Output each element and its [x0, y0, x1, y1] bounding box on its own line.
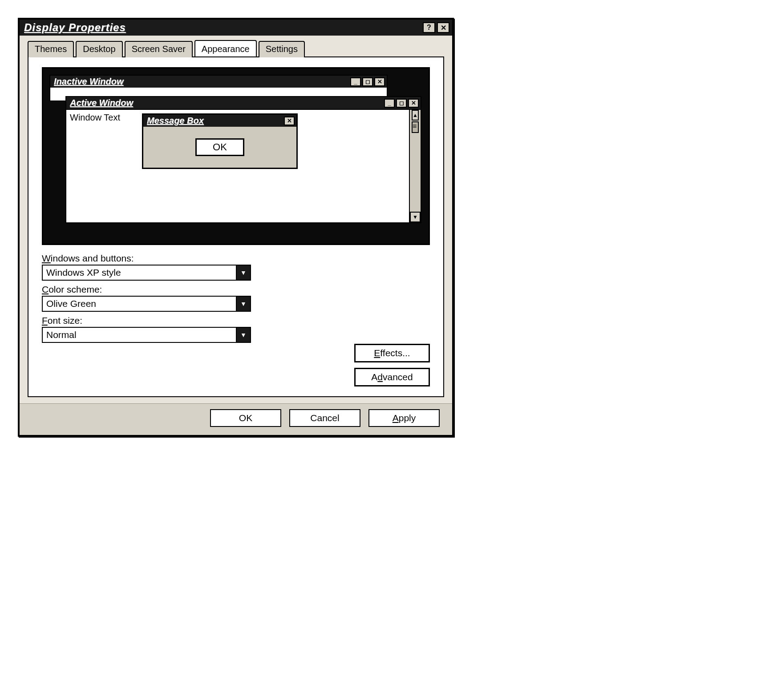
dialog-button-row: OK Cancel Apply — [20, 403, 452, 435]
cancel-button[interactable]: Cancel — [289, 409, 360, 427]
window-buttons: ? ✕ — [423, 22, 449, 33]
preview-active-content: Window Text Message Box ✕ OK — [66, 110, 409, 222]
tab-desktop[interactable]: Desktop — [76, 41, 122, 57]
tab-themes[interactable]: Themes — [28, 41, 74, 57]
color-scheme-field: Color scheme: Olive Green ▼ — [42, 284, 430, 312]
windows-buttons-combo[interactable]: Windows XP style ▼ — [42, 265, 251, 281]
preview-window-text: Window Text — [70, 113, 120, 122]
color-scheme-combo[interactable]: Olive Green ▼ — [42, 296, 251, 312]
tab-settings[interactable]: Settings — [259, 41, 305, 57]
close-icon: ✕ — [441, 24, 446, 32]
preview-active-body: Window Text Message Box ✕ OK — [66, 109, 421, 222]
help-button[interactable]: ? — [423, 22, 435, 33]
scroll-up-icon: ▲ — [412, 110, 419, 121]
preview-active-title: Active Window — [68, 98, 133, 108]
appearance-preview: Inactive Window _ ◻ ✕ Active Window _ ◻ … — [42, 67, 430, 245]
scroll-thumb: ≡ — [412, 121, 419, 133]
preview-message-titlebar: Message Box ✕ — [143, 115, 296, 127]
close-icon: ✕ — [284, 117, 295, 125]
color-scheme-value: Olive Green — [43, 297, 236, 311]
minimize-icon: _ — [350, 77, 361, 86]
preview-inactive-titlebar: Inactive Window _ ◻ ✕ — [50, 76, 387, 88]
minimize-icon: _ — [384, 99, 395, 108]
maximize-icon: ◻ — [362, 77, 373, 86]
tab-strip: Themes Desktop Screen Saver Appearance S… — [20, 36, 452, 56]
tab-appearance[interactable]: Appearance — [194, 40, 257, 56]
preview-inactive-title: Inactive Window — [52, 76, 124, 87]
preview-message-box: Message Box ✕ OK — [142, 113, 298, 169]
maximize-icon: ◻ — [396, 99, 407, 108]
windows-buttons-field: Windows and buttons: Windows XP style ▼ — [42, 253, 430, 281]
apply-button[interactable]: Apply — [368, 409, 440, 427]
preview-scrollbar: ▲ ≡ ▼ — [409, 110, 421, 222]
effects-button[interactable]: Effects... — [354, 344, 430, 362]
close-icon: ✕ — [408, 99, 419, 108]
windows-buttons-label: Windows and buttons: — [42, 253, 430, 264]
appearance-panel: Inactive Window _ ◻ ✕ Active Window _ ◻ … — [28, 56, 444, 397]
font-size-combo[interactable]: Normal ▼ — [42, 327, 251, 343]
close-icon: ✕ — [374, 77, 385, 86]
scroll-down-icon: ▼ — [410, 212, 421, 222]
ok-button[interactable]: OK — [210, 409, 281, 427]
tab-screen-saver[interactable]: Screen Saver — [125, 41, 193, 57]
font-size-label: Font size: — [42, 315, 430, 326]
chevron-down-icon: ▼ — [236, 266, 250, 280]
titlebar: Display Properties ? ✕ — [20, 20, 452, 36]
preview-message-body: OK — [143, 127, 296, 168]
appearance-controls: Windows and buttons: Windows XP style ▼ … — [42, 253, 430, 386]
close-button[interactable]: ✕ — [437, 22, 449, 33]
display-properties-dialog: Display Properties ? ✕ Themes Desktop Sc… — [18, 18, 454, 437]
preview-active-titlebar: Active Window _ ◻ ✕ — [66, 97, 421, 109]
chevron-down-icon: ▼ — [236, 328, 250, 342]
side-buttons: Effects... Advanced — [354, 344, 430, 386]
preview-message-ok-button: OK — [195, 138, 244, 156]
windows-buttons-value: Windows XP style — [43, 266, 236, 280]
preview-message-title: Message Box — [145, 116, 204, 126]
color-scheme-label: Color scheme: — [42, 284, 430, 295]
advanced-button[interactable]: Advanced — [354, 368, 430, 386]
window-title: Display Properties — [22, 21, 126, 34]
help-icon: ? — [427, 24, 431, 32]
preview-active-window: Active Window _ ◻ ✕ Window Text Message … — [65, 96, 421, 223]
font-size-value: Normal — [43, 328, 236, 342]
chevron-down-icon: ▼ — [236, 297, 250, 311]
font-size-field: Font size: Normal ▼ — [42, 315, 430, 343]
